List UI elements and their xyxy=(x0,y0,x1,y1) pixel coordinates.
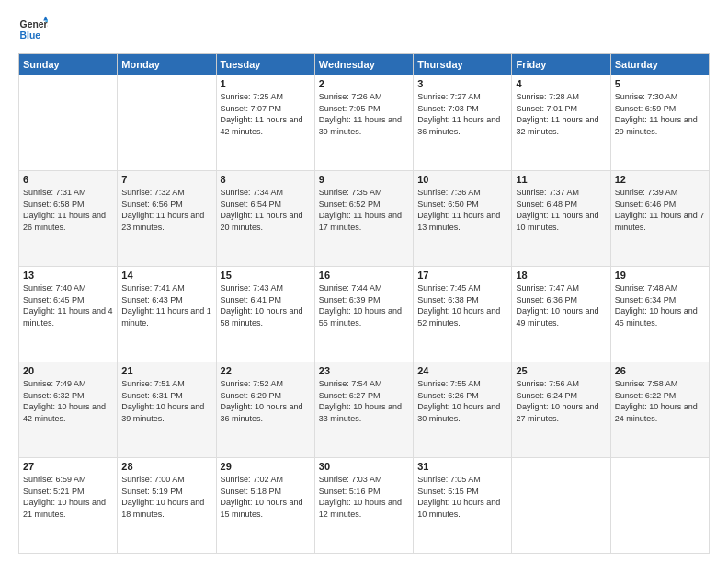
day-number: 3 xyxy=(417,78,507,89)
day-cell: 21Sunrise: 7:51 AM Sunset: 6:31 PM Dayli… xyxy=(118,362,216,458)
weekday-header-thursday: Thursday xyxy=(414,54,512,75)
day-detail: Sunrise: 6:59 AM Sunset: 5:21 PM Dayligh… xyxy=(23,474,113,520)
day-number: 19 xyxy=(615,270,705,281)
day-cell: 19Sunrise: 7:48 AM Sunset: 6:34 PM Dayli… xyxy=(610,267,709,362)
day-cell: 16Sunrise: 7:44 AM Sunset: 6:39 PM Dayli… xyxy=(314,267,413,362)
day-cell: 3Sunrise: 7:27 AM Sunset: 7:03 PM Daylig… xyxy=(414,75,512,171)
day-cell: 18Sunrise: 7:47 AM Sunset: 6:36 PM Dayli… xyxy=(512,267,610,362)
day-detail: Sunrise: 7:55 AM Sunset: 6:26 PM Dayligh… xyxy=(417,378,507,424)
day-cell: 10Sunrise: 7:36 AM Sunset: 6:50 PM Dayli… xyxy=(414,171,512,267)
day-detail: Sunrise: 7:56 AM Sunset: 6:24 PM Dayligh… xyxy=(516,378,606,424)
day-cell: 24Sunrise: 7:55 AM Sunset: 6:26 PM Dayli… xyxy=(414,362,512,458)
day-number: 15 xyxy=(221,270,311,281)
day-cell: 30Sunrise: 7:03 AM Sunset: 5:16 PM Dayli… xyxy=(314,458,413,554)
day-detail: Sunrise: 7:48 AM Sunset: 6:34 PM Dayligh… xyxy=(615,282,705,328)
day-cell: 29Sunrise: 7:02 AM Sunset: 5:18 PM Dayli… xyxy=(216,458,314,554)
day-detail: Sunrise: 7:32 AM Sunset: 6:56 PM Dayligh… xyxy=(121,187,211,233)
day-number: 31 xyxy=(417,461,507,472)
calendar-table: SundayMondayTuesdayWednesdayThursdayFrid… xyxy=(18,53,710,554)
day-detail: Sunrise: 7:54 AM Sunset: 6:27 PM Dayligh… xyxy=(319,378,409,424)
day-cell: 17Sunrise: 7:45 AM Sunset: 6:38 PM Dayli… xyxy=(414,267,512,362)
day-cell: 27Sunrise: 6:59 AM Sunset: 5:21 PM Dayli… xyxy=(19,458,118,554)
day-number: 11 xyxy=(516,174,606,185)
day-detail: Sunrise: 7:00 AM Sunset: 5:19 PM Dayligh… xyxy=(121,474,211,520)
day-cell: 13Sunrise: 7:40 AM Sunset: 6:45 PM Dayli… xyxy=(19,267,118,362)
day-number: 2 xyxy=(319,78,409,89)
day-detail: Sunrise: 7:51 AM Sunset: 6:31 PM Dayligh… xyxy=(121,378,211,424)
weekday-header-wednesday: Wednesday xyxy=(314,54,413,75)
day-number: 20 xyxy=(23,365,113,376)
day-number: 6 xyxy=(23,174,113,185)
day-detail: Sunrise: 7:34 AM Sunset: 6:54 PM Dayligh… xyxy=(221,187,311,233)
day-cell: 20Sunrise: 7:49 AM Sunset: 6:32 PM Dayli… xyxy=(19,362,118,458)
day-cell: 31Sunrise: 7:05 AM Sunset: 5:15 PM Dayli… xyxy=(414,458,512,554)
day-cell: 1Sunrise: 7:25 AM Sunset: 7:07 PM Daylig… xyxy=(216,75,314,171)
day-number: 9 xyxy=(319,174,409,185)
logo-icon: General Blue xyxy=(18,15,48,44)
day-number: 27 xyxy=(23,461,113,472)
day-detail: Sunrise: 7:36 AM Sunset: 6:50 PM Dayligh… xyxy=(417,187,507,233)
header: General Blue xyxy=(18,15,710,44)
day-detail: Sunrise: 7:03 AM Sunset: 5:16 PM Dayligh… xyxy=(319,474,409,520)
day-detail: Sunrise: 7:25 AM Sunset: 7:07 PM Dayligh… xyxy=(221,91,311,137)
day-detail: Sunrise: 7:39 AM Sunset: 6:46 PM Dayligh… xyxy=(615,187,705,233)
day-number: 26 xyxy=(615,365,705,376)
day-cell: 11Sunrise: 7:37 AM Sunset: 6:48 PM Dayli… xyxy=(512,171,610,267)
day-cell: 15Sunrise: 7:43 AM Sunset: 6:41 PM Dayli… xyxy=(216,267,314,362)
day-cell xyxy=(512,458,610,554)
svg-text:Blue: Blue xyxy=(20,30,41,40)
day-number: 5 xyxy=(615,78,705,89)
logo: General Blue xyxy=(18,15,51,44)
day-cell xyxy=(118,75,216,171)
day-detail: Sunrise: 7:05 AM Sunset: 5:15 PM Dayligh… xyxy=(417,474,507,520)
day-cell: 6Sunrise: 7:31 AM Sunset: 6:58 PM Daylig… xyxy=(19,171,118,267)
weekday-header-saturday: Saturday xyxy=(610,54,709,75)
svg-text:General: General xyxy=(20,19,48,29)
day-number: 10 xyxy=(417,174,507,185)
day-cell xyxy=(610,458,709,554)
day-detail: Sunrise: 7:35 AM Sunset: 6:52 PM Dayligh… xyxy=(319,187,409,233)
day-detail: Sunrise: 7:58 AM Sunset: 6:22 PM Dayligh… xyxy=(615,378,705,424)
day-detail: Sunrise: 7:40 AM Sunset: 6:45 PM Dayligh… xyxy=(23,282,113,328)
day-number: 12 xyxy=(615,174,705,185)
day-number: 7 xyxy=(121,174,211,185)
day-detail: Sunrise: 7:28 AM Sunset: 7:01 PM Dayligh… xyxy=(516,91,606,137)
day-number: 8 xyxy=(221,174,311,185)
day-number: 29 xyxy=(221,461,311,472)
day-detail: Sunrise: 7:49 AM Sunset: 6:32 PM Dayligh… xyxy=(23,378,113,424)
week-row-3: 13Sunrise: 7:40 AM Sunset: 6:45 PM Dayli… xyxy=(19,267,710,362)
day-cell: 28Sunrise: 7:00 AM Sunset: 5:19 PM Dayli… xyxy=(118,458,216,554)
day-cell: 22Sunrise: 7:52 AM Sunset: 6:29 PM Dayli… xyxy=(216,362,314,458)
day-detail: Sunrise: 7:27 AM Sunset: 7:03 PM Dayligh… xyxy=(417,91,507,137)
day-number: 24 xyxy=(417,365,507,376)
day-detail: Sunrise: 7:45 AM Sunset: 6:38 PM Dayligh… xyxy=(417,282,507,328)
day-cell: 5Sunrise: 7:30 AM Sunset: 6:59 PM Daylig… xyxy=(610,75,709,171)
day-number: 14 xyxy=(121,270,211,281)
day-cell: 8Sunrise: 7:34 AM Sunset: 6:54 PM Daylig… xyxy=(216,171,314,267)
day-detail: Sunrise: 7:31 AM Sunset: 6:58 PM Dayligh… xyxy=(23,187,113,233)
week-row-4: 20Sunrise: 7:49 AM Sunset: 6:32 PM Dayli… xyxy=(19,362,710,458)
day-cell xyxy=(19,75,118,171)
day-number: 4 xyxy=(516,78,606,89)
day-number: 23 xyxy=(319,365,409,376)
day-detail: Sunrise: 7:02 AM Sunset: 5:18 PM Dayligh… xyxy=(221,474,311,520)
day-number: 28 xyxy=(121,461,211,472)
day-cell: 23Sunrise: 7:54 AM Sunset: 6:27 PM Dayli… xyxy=(314,362,413,458)
day-detail: Sunrise: 7:47 AM Sunset: 6:36 PM Dayligh… xyxy=(516,282,606,328)
day-cell: 25Sunrise: 7:56 AM Sunset: 6:24 PM Dayli… xyxy=(512,362,610,458)
day-detail: Sunrise: 7:30 AM Sunset: 6:59 PM Dayligh… xyxy=(615,91,705,137)
day-number: 16 xyxy=(319,270,409,281)
day-detail: Sunrise: 7:44 AM Sunset: 6:39 PM Dayligh… xyxy=(319,282,409,328)
week-row-5: 27Sunrise: 6:59 AM Sunset: 5:21 PM Dayli… xyxy=(19,458,710,554)
day-number: 25 xyxy=(516,365,606,376)
day-cell: 9Sunrise: 7:35 AM Sunset: 6:52 PM Daylig… xyxy=(314,171,413,267)
day-detail: Sunrise: 7:37 AM Sunset: 6:48 PM Dayligh… xyxy=(516,187,606,233)
day-number: 13 xyxy=(23,270,113,281)
day-number: 1 xyxy=(221,78,311,89)
page: General Blue SundayMondayTuesdayWednesda… xyxy=(0,0,728,563)
week-row-1: 1Sunrise: 7:25 AM Sunset: 7:07 PM Daylig… xyxy=(19,75,710,171)
day-cell: 14Sunrise: 7:41 AM Sunset: 6:43 PM Dayli… xyxy=(118,267,216,362)
day-number: 18 xyxy=(516,270,606,281)
week-row-2: 6Sunrise: 7:31 AM Sunset: 6:58 PM Daylig… xyxy=(19,171,710,267)
day-cell: 4Sunrise: 7:28 AM Sunset: 7:01 PM Daylig… xyxy=(512,75,610,171)
